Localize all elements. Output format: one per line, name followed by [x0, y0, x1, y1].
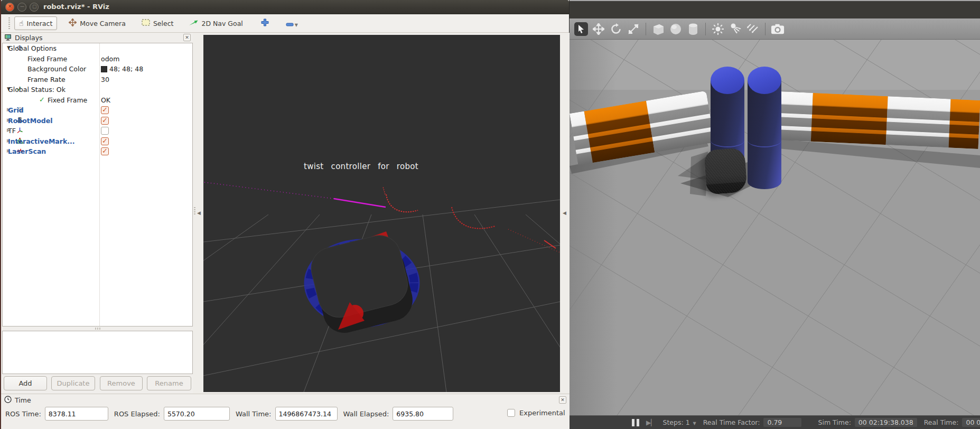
overlay-text: twist controller for robot — [304, 162, 418, 171]
enable-checkbox[interactable] — [101, 147, 109, 155]
remove-tool-icon[interactable]: ▼ — [286, 18, 298, 29]
tree-row[interactable]: Frame Rate30 — [3, 74, 192, 85]
toolbar-drag-handle[interactable] — [8, 17, 10, 29]
time-field-label: ROS Elapsed: — [114, 410, 160, 418]
rtf-label: Real Time Factor: — [703, 418, 760, 426]
row-label: Global Options — [8, 44, 57, 52]
move-camera-icon — [69, 18, 77, 28]
sphere-icon[interactable] — [669, 22, 683, 36]
time-close-icon[interactable]: ✕ — [559, 396, 566, 404]
select-arrow-icon[interactable] — [574, 22, 588, 36]
steps-caret-icon[interactable]: ▼ — [693, 421, 696, 426]
time-field-label: ROS Time: — [5, 410, 41, 418]
barrier-right[interactable] — [765, 91, 980, 149]
rviz-titlebar: robot.rviz* - RViz — [1, 0, 569, 14]
directional-light-icon[interactable] — [746, 22, 760, 36]
time-field-input[interactable] — [275, 407, 338, 421]
collapse-left-arrow-icon[interactable]: ◀ — [197, 210, 201, 216]
add-tool-icon[interactable] — [261, 18, 269, 29]
point-light-icon[interactable] — [711, 22, 725, 36]
time-field-input[interactable] — [393, 407, 453, 421]
right-view-splitter[interactable]: ◀ — [560, 33, 570, 394]
tree-row[interactable]: Background Color48; 48; 48 — [3, 64, 192, 74]
time-field-input[interactable] — [164, 407, 230, 421]
row-label: LaserScan — [8, 147, 46, 155]
sim-time-value: 00 02:19:38.038 — [855, 418, 917, 427]
real-time-value: 00 0 — [962, 418, 980, 427]
row-value[interactable]: OK — [101, 96, 110, 104]
time-field-label: Wall Time: — [236, 410, 272, 418]
real-time-label: Real Time: — [924, 418, 959, 426]
row-label: RobotModel — [8, 117, 52, 125]
window-title: robot.rviz* - RViz — [43, 3, 109, 11]
panel-splitter[interactable] — [2, 327, 193, 331]
check-icon: ✓ — [39, 96, 46, 104]
time-field-input[interactable] — [45, 407, 108, 421]
rviz-window: robot.rviz* - RViz ☝ Interact Move Camer… — [0, 0, 570, 429]
tree-row[interactable]: ▼⚙Global Options — [3, 43, 192, 54]
camera-capture-icon[interactable] — [771, 22, 785, 36]
time-field: Wall Elapsed: — [343, 407, 454, 421]
time-field-label: Wall Elapsed: — [343, 410, 389, 418]
row-label: Fixed Frame — [48, 96, 87, 104]
left-view-splitter[interactable]: ◀ — [193, 33, 203, 394]
collapse-right-arrow-icon[interactable]: ◀ — [563, 210, 566, 216]
remove-tool-caret-icon[interactable]: ▼ — [295, 23, 298, 27]
tree-row[interactable]: ▶Grid — [3, 105, 192, 116]
remove-button[interactable]: Remove — [100, 376, 143, 390]
select-tool-button[interactable]: Select — [137, 17, 178, 30]
cylinder-icon[interactable] — [686, 22, 700, 36]
window-minimize-button[interactable] — [17, 3, 26, 12]
clock-icon — [4, 396, 12, 405]
duplicate-button[interactable]: Duplicate — [51, 376, 95, 390]
tree-row[interactable]: ▶RobotModel — [3, 116, 192, 126]
screenshot-root: robot.rviz* - RViz ☝ Interact Move Camer… — [0, 0, 980, 429]
rtf-value: 0.79 — [763, 418, 801, 427]
rotate-icon[interactable] — [609, 22, 623, 36]
rename-button[interactable]: Rename — [147, 376, 191, 390]
row-label: InteractiveMark... — [8, 137, 75, 145]
enable-checkbox[interactable] — [101, 137, 109, 145]
time-fields: ROS Time:ROS Elapsed:Wall Time:Wall Elap… — [5, 407, 453, 421]
experimental-checkbox-group[interactable]: Experimental — [507, 409, 565, 417]
tree-row[interactable]: ▶LaserScan — [3, 146, 192, 157]
tree-row[interactable]: ▶TF — [3, 126, 192, 136]
displays-close-icon[interactable]: ✕ — [183, 34, 191, 41]
time-field: ROS Elapsed: — [114, 407, 230, 421]
tree-row[interactable]: Fixed Frameodom — [3, 54, 192, 64]
scale-icon[interactable] — [627, 22, 640, 36]
row-label: Grid — [8, 106, 24, 114]
tree-row[interactable]: ▼✓Global Status: Ok — [3, 85, 192, 95]
window-maximize-button[interactable] — [30, 3, 39, 12]
interact-tool-button[interactable]: ☝ Interact — [14, 16, 57, 30]
move-camera-tool-button[interactable]: Move Camera — [64, 16, 130, 30]
row-value[interactable]: odom — [101, 55, 119, 63]
gazebo-robot[interactable] — [704, 147, 748, 194]
window-close-button[interactable] — [5, 3, 14, 12]
displays-panel-header: Displays ✕ — [2, 33, 193, 43]
enable-checkbox[interactable] — [101, 127, 109, 135]
translate-icon[interactable] — [592, 22, 605, 36]
gazebo-3d-viewport[interactable] — [570, 40, 980, 415]
row-value[interactable]: 30 — [101, 76, 109, 83]
row-value[interactable]: 48; 48; 48 — [101, 65, 143, 73]
tree-row[interactable]: ▶InteractiveMark... — [3, 136, 192, 147]
blue-cylinder-2-top — [748, 67, 781, 94]
tree-row[interactable]: ✓Fixed FrameOK — [3, 95, 192, 106]
rviz-3d-viewport[interactable]: twist controller for robot — [203, 35, 560, 392]
green-arrow-icon — [189, 19, 198, 27]
spot-light-icon[interactable] — [729, 22, 742, 36]
pause-icon[interactable] — [632, 419, 639, 426]
experimental-checkbox[interactable] — [507, 409, 515, 417]
row-label: Background Color — [27, 65, 86, 73]
rviz-scene — [203, 35, 560, 392]
box-icon[interactable] — [651, 22, 665, 36]
nav-goal-tool-button[interactable]: 2D Nav Goal — [185, 17, 247, 30]
blue-cylinder-1-top — [711, 67, 744, 94]
time-field: Wall Time: — [236, 407, 338, 421]
enable-checkbox[interactable] — [101, 106, 109, 114]
add-button[interactable]: Add — [4, 376, 47, 390]
steps-group[interactable]: Steps: 1 ▼ — [662, 418, 696, 426]
step-forward-icon[interactable]: ▶▏ — [646, 419, 656, 426]
enable-checkbox[interactable] — [101, 117, 109, 125]
